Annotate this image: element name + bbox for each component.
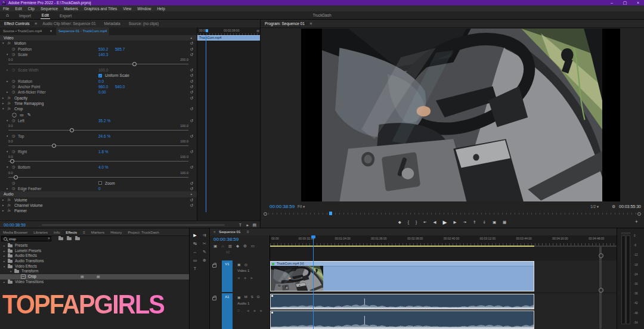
add-marker-icon[interactable]: ◆: [236, 244, 239, 249]
mark-in-button[interactable]: {: [408, 220, 409, 224]
stopwatch-icon[interactable]: ◷: [12, 89, 15, 95]
minimize-button[interactable]: –: [606, 0, 618, 5]
timeline-vertical-scrollbar[interactable]: [599, 246, 602, 329]
chevron-icon[interactable]: ▸: [4, 280, 8, 285]
lift-button[interactable]: ⇑: [473, 220, 476, 225]
tab-sequence-01[interactable]: Sequence 01: [219, 228, 240, 235]
scroll-knob-right[interactable]: [637, 212, 641, 216]
source-patch-icon[interactable]: ▣: [237, 262, 241, 266]
tab-info[interactable]: Info: [51, 230, 63, 234]
caption-track-icon[interactable]: ▭: [251, 244, 255, 249]
slider-handle[interactable]: [14, 175, 18, 179]
chevron-right-icon[interactable]: ▸: [2, 95, 4, 101]
tree-item-video-effects[interactable]: ▾Video Effects: [0, 264, 190, 269]
tab-effects[interactable]: Effects: [63, 230, 80, 234]
crop-top-value[interactable]: 24.6 %: [98, 134, 110, 139]
reset-icon[interactable]: ↺: [190, 46, 193, 52]
track-select-forward-tool[interactable]: ⇉: [200, 233, 209, 238]
reset-icon[interactable]: ↺: [190, 41, 193, 46]
zoom-level-select[interactable]: Fit ▾: [298, 202, 305, 211]
track-a1-badge[interactable]: A1: [222, 293, 233, 329]
audio-section-header[interactable]: Audio▴: [0, 191, 197, 197]
step-forward-button[interactable]: ▶: [454, 220, 457, 225]
close-tab-icon[interactable]: ×: [213, 228, 216, 235]
reset-icon[interactable]: ↺: [190, 89, 193, 95]
timeline-playhead[interactable]: [313, 235, 314, 329]
tab-libraries[interactable]: Libraries: [30, 230, 51, 234]
anti-flicker-value[interactable]: 0.00: [98, 89, 106, 95]
chevron-right-icon[interactable]: ▸: [2, 101, 4, 106]
panel-menu-icon[interactable]: ≡: [34, 21, 39, 26]
chevron-right-icon[interactable]: ▸: [2, 197, 4, 203]
tab-source-no-clips[interactable]: Source: (no clips): [125, 21, 163, 26]
reset-icon[interactable]: ↺: [190, 134, 193, 139]
opacity-effect-row[interactable]: ▸ fx Opacity ↺: [0, 95, 197, 101]
mini-timeline-clip[interactable]: TruckCum.mp4: [197, 35, 261, 41]
audio-track-name[interactable]: Audio 1: [237, 302, 249, 305]
maximize-button[interactable]: ▢: [619, 0, 631, 5]
reset-icon[interactable]: ↺: [190, 118, 193, 123]
volume-effect-row[interactable]: ▸ fx Volume ↺: [0, 197, 197, 203]
reset-icon[interactable]: ↺: [190, 106, 193, 111]
zoom-checkbox[interactable]: [98, 181, 102, 185]
program-playhead[interactable]: [329, 212, 332, 215]
menu-item-help[interactable]: Help: [154, 7, 168, 11]
scroll-knob-left[interactable]: [264, 212, 267, 216]
tree-item-presets[interactable]: ▸Presets: [0, 243, 190, 249]
track-keyframe-nav[interactable]: ◀ ◆ ▶: [237, 276, 255, 280]
reset-icon[interactable]: ↺: [190, 52, 193, 57]
timeline-timecode[interactable]: 00:00:38:59: [213, 237, 239, 242]
playback-resolution-select[interactable]: 1/2 ▾: [590, 202, 599, 211]
anchor-x-value[interactable]: 960.0: [98, 84, 108, 89]
voiceover-record-icon[interactable]: ʘ: [257, 295, 260, 299]
pen-mask-icon[interactable]: ✎: [27, 112, 31, 118]
new-preset-bin-icon[interactable]: [67, 237, 72, 240]
slider-handle[interactable]: [10, 159, 14, 163]
tab-metadata[interactable]: Metadata: [100, 21, 125, 26]
mute-button[interactable]: M: [244, 295, 247, 299]
horizontal-scrollbar[interactable]: [42, 224, 225, 226]
step-back-button[interactable]: ◀: [434, 220, 436, 225]
menu-item-window[interactable]: Window: [134, 7, 154, 11]
toggle-track-output-icon[interactable]: ◎: [244, 262, 247, 266]
tab-program-sequence[interactable]: Program: Sequence 01: [261, 21, 309, 26]
stopwatch-icon[interactable]: ◷: [12, 149, 15, 154]
reset-icon[interactable]: ↺: [190, 197, 193, 203]
ellipse-mask-icon[interactable]: ◯: [12, 112, 17, 118]
mini-timeline-ruler[interactable]: 00:00 00:02:08:00 ⊘: [197, 27, 261, 35]
tree-item-transform[interactable]: ▾Transform: [0, 269, 190, 274]
go-to-out-button[interactable]: ⇥: [463, 220, 466, 225]
timeline-ruler[interactable]: 00:0000:00:32:0000:01:04:0000:01:36:0000…: [270, 235, 618, 246]
reset-icon[interactable]: ↺: [190, 203, 193, 208]
video-clip[interactable]: TruckCum.mp4 [V]: [270, 261, 534, 291]
panner-effect-row[interactable]: ▸ fx Panner: [0, 208, 197, 213]
snap-icon[interactable]: ∩: [221, 244, 224, 249]
audio-clip-channel-1[interactable]: [270, 294, 534, 309]
add-button[interactable]: +: [635, 217, 638, 227]
tab-audio-clip-mixer-sequence-01[interactable]: Audio Clip Mixer: Sequence 01: [38, 21, 100, 26]
panel-menu-icon[interactable]: ≡: [309, 21, 314, 26]
chevron-right-icon[interactable]: ▸: [2, 208, 4, 213]
mark-out-button[interactable]: }: [416, 220, 417, 224]
channel-volume-effect-row[interactable]: ▸ fx Channel Volume ↺: [0, 203, 197, 208]
crop-bottom-value[interactable]: 4.0 %: [98, 164, 109, 170]
chevron-down-icon[interactable]: ▾: [7, 52, 8, 57]
crop-right-value[interactable]: 1.8 %: [98, 149, 109, 154]
slider-handle[interactable]: [52, 144, 56, 148]
tab-effect-controls[interactable]: Effect Controls: [0, 21, 34, 26]
sequence-clip-label[interactable]: Sequence 01 - TruckCum.mp4: [56, 27, 109, 35]
tree-item-lumetri-presets[interactable]: ▸Lumetri Presets: [0, 249, 190, 254]
audio-clip-channel-2[interactable]: [270, 311, 534, 329]
chevron-right-icon[interactable]: ▸: [7, 89, 8, 95]
video-track-name[interactable]: Video 1: [237, 269, 249, 272]
ripple-edit-tool[interactable]: ↹: [190, 241, 200, 246]
stopwatch-icon[interactable]: ◷: [12, 84, 15, 89]
menu-item-file[interactable]: File: [0, 7, 12, 11]
chevron-down-icon[interactable]: ▾: [2, 41, 4, 46]
solo-button[interactable]: S: [251, 295, 253, 299]
settings-wrench-icon[interactable]: ⚙: [612, 202, 615, 211]
panel-menu-icon[interactable]: ≡: [80, 230, 88, 234]
comparison-view-button[interactable]: ▦: [503, 220, 506, 225]
slip-tool[interactable]: ↔: [190, 250, 200, 254]
uniform-scale-checkbox[interactable]: ✓: [98, 74, 102, 77]
